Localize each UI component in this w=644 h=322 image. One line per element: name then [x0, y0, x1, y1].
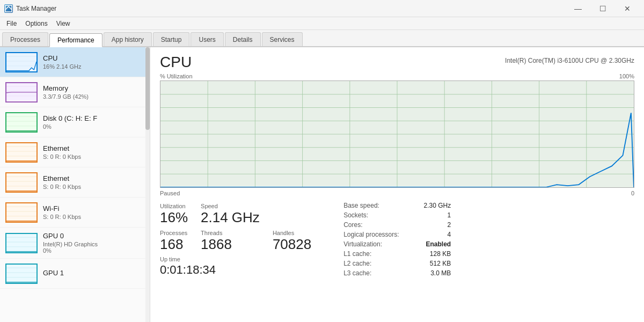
wifi-sidebar-name: Wi-Fi	[43, 204, 144, 213]
threads-value: 1868	[201, 237, 260, 252]
disk-sidebar-name: Disk 0 (C: H: E: F	[43, 114, 144, 122]
uptime-block: Up time 0:01:18:34	[160, 255, 260, 280]
memory-thumbnail	[5, 82, 38, 103]
cpu-thumbnail	[5, 52, 38, 72]
processes-label: Processes	[160, 230, 188, 236]
speed-label: Speed	[201, 203, 260, 209]
l1-cache-label: L1 cache:	[343, 250, 371, 258]
cores-label: Cores:	[343, 221, 362, 229]
handles-value: 70828	[273, 237, 311, 252]
base-speed-label: Base speed:	[343, 202, 379, 209]
processes-block: Processes 168	[160, 229, 188, 255]
wifi-sidebar-sub: S: 0 R: 0 Kbps	[43, 214, 144, 220]
sidebar-item-disk0[interactable]: Disk 0 (C: H: E: F 0%	[0, 107, 150, 137]
cpu-header: CPU Intel(R) Core(TM) i3-6100U CPU @ 2.3…	[160, 54, 634, 71]
ethernet1-sidebar-info: Ethernet S: 0 R: 0 Kbps	[43, 144, 144, 160]
tab-processes[interactable]: Processes	[2, 32, 48, 46]
threads-block: Threads 1868	[201, 229, 260, 255]
disk-thumbnail	[5, 112, 38, 133]
cpu-chart	[160, 80, 634, 188]
cpu-title: CPU	[160, 54, 192, 71]
tab-performance[interactable]: Performance	[49, 33, 103, 47]
sidebar-scrollbar-track[interactable]	[145, 47, 150, 322]
sidebar-item-cpu[interactable]: CPU 16% 2.14 GHz	[0, 47, 150, 77]
svg-rect-5	[6, 82, 36, 101]
gpu1-sidebar-name: GPU 1	[43, 269, 144, 277]
close-button[interactable]: ✕	[615, 0, 640, 17]
cpu-sidebar-sub: 16% 2.14 GHz	[43, 63, 144, 70]
sidebar-item-gpu0[interactable]: GPU 0 Intel(R) HD Graphics 0%	[0, 228, 150, 259]
ethernet1-sidebar-sub: S: 0 R: 0 Kbps	[43, 153, 144, 160]
processes-value: 168	[160, 237, 188, 252]
sidebar-scroll[interactable]: CPU 16% 2.14 GHz Memory 3	[0, 47, 150, 322]
memory-sidebar-info: Memory 3.3/7.9 GB (42%)	[43, 84, 144, 100]
speed-block: Speed 2.14 GHz	[201, 202, 260, 229]
l3-cache-label: L3 cache:	[343, 269, 371, 277]
svg-rect-17	[6, 172, 36, 191]
maximize-button[interactable]: ☐	[590, 0, 615, 17]
virtualization-label: Virtualization:	[343, 240, 382, 248]
ethernet2-sidebar-name: Ethernet	[43, 174, 144, 182]
sidebar-item-gpu1[interactable]: GPU 1	[0, 259, 150, 289]
logical-processors-label: Logical processors:	[343, 231, 399, 238]
disk-sidebar-info: Disk 0 (C: H: E: F 0%	[43, 114, 144, 130]
tab-app-history[interactable]: App history	[104, 32, 152, 46]
l2-cache-label: L2 cache:	[343, 260, 371, 267]
l3-cache-value: 3.0 MB	[430, 269, 451, 277]
utilization-block: Utilization 16%	[160, 202, 188, 229]
stats-bottom: Utilization 16% Speed 2.14 GHz Processes…	[160, 202, 634, 280]
menu-file[interactable]: File	[2, 17, 21, 30]
ethernet2-sidebar-info: Ethernet S: 0 R: 0 Kbps	[43, 174, 144, 190]
utilization-value: 16%	[160, 210, 188, 225]
handles-label: Handles	[273, 230, 311, 236]
tabbar: Processes Performance App history Startu…	[0, 30, 644, 47]
sidebar-item-ethernet1[interactable]: Ethernet S: 0 R: 0 Kbps	[0, 137, 150, 167]
sidebar-item-ethernet2[interactable]: Ethernet S: 0 R: 0 Kbps	[0, 167, 150, 197]
wifi-thumbnail	[5, 202, 38, 223]
gpu0-thumbnail	[5, 233, 38, 253]
svg-rect-13	[6, 142, 36, 161]
l1-cache-value: 128 KB	[430, 250, 451, 258]
sidebar: CPU 16% 2.14 GHz Memory 3	[0, 47, 150, 322]
detail-panel: CPU Intel(R) Core(TM) i3-6100U CPU @ 2.3…	[150, 47, 644, 322]
menu-options[interactable]: Options	[21, 17, 52, 30]
cpu-model: Intel(R) Core(TM) i3-6100U CPU @ 2.30GHz	[505, 57, 634, 64]
spec-virtualization: Virtualization: Enabled	[343, 240, 451, 248]
sockets-value: 1	[448, 211, 451, 219]
sidebar-scrollbar-thumb[interactable]	[145, 47, 150, 130]
spec-l1: L1 cache: 128 KB	[343, 250, 451, 258]
minimize-button[interactable]: —	[566, 0, 590, 17]
svg-rect-29	[6, 264, 36, 282]
specs-panel: Base speed: 2.30 GHz Sockets: 1 Cores: 2…	[333, 202, 451, 280]
window-controls: — ☐ ✕	[566, 0, 640, 17]
ethernet2-thumbnail	[5, 172, 38, 193]
tab-details[interactable]: Details	[225, 32, 261, 46]
base-speed-value: 2.30 GHz	[423, 202, 451, 209]
tab-users[interactable]: Users	[191, 32, 223, 46]
cores-value: 2	[448, 221, 451, 229]
chart-y-label: % Utilization	[160, 73, 193, 79]
sidebar-item-memory[interactable]: Memory 3.3/7.9 GB (42%)	[0, 77, 150, 107]
wifi-sidebar-info: Wi-Fi S: 0 R: 0 Kbps	[43, 204, 144, 220]
ethernet2-sidebar-sub: S: 0 R: 0 Kbps	[43, 184, 144, 190]
cpu-sidebar-info: CPU 16% 2.14 GHz	[43, 54, 144, 70]
uptime-value: 0:01:18:34	[160, 263, 260, 277]
threads-label: Threads	[201, 230, 260, 236]
menu-view[interactable]: View	[52, 17, 75, 30]
tab-startup[interactable]: Startup	[153, 32, 190, 46]
tab-services[interactable]: Services	[262, 32, 303, 46]
virtualization-value: Enabled	[426, 240, 451, 248]
spec-base-speed: Base speed: 2.30 GHz	[343, 202, 451, 209]
main-content: CPU 16% 2.14 GHz Memory 3	[0, 47, 644, 322]
svg-rect-9	[6, 112, 36, 131]
ethernet1-sidebar-name: Ethernet	[43, 144, 144, 152]
l2-cache-value: 512 KB	[430, 260, 451, 267]
uptime-label: Up time	[160, 256, 260, 262]
gpu0-sidebar-name: GPU 0	[43, 232, 144, 240]
menubar: File Options View	[0, 17, 644, 30]
sidebar-item-wifi[interactable]: Wi-Fi S: 0 R: 0 Kbps	[0, 197, 150, 228]
gpu0-sidebar-sub: Intel(R) HD Graphics 0%	[43, 241, 144, 254]
gpu1-sidebar-info: GPU 1	[43, 269, 144, 278]
handles-block: Handles 70828	[273, 229, 311, 255]
chart-y-max: 100%	[619, 73, 634, 79]
